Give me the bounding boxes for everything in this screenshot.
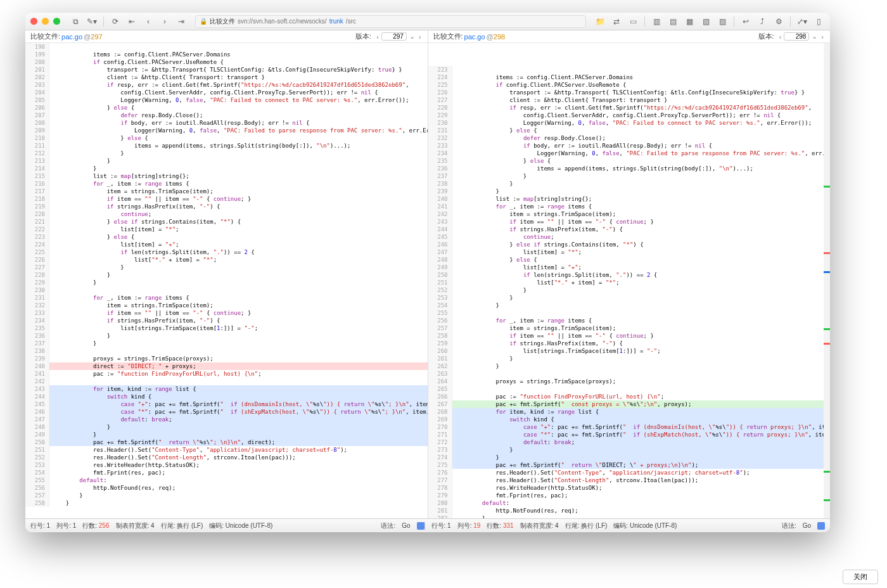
addr-path-suffix: /src <box>346 18 356 25</box>
right-code[interactable]: 223224 items := config.Client.PACServer.… <box>428 43 831 518</box>
refresh-icon[interactable]: ⟳ <box>109 16 122 27</box>
minimize-window-button[interactable] <box>42 18 49 25</box>
tool-c-icon[interactable]: ▦ <box>683 16 696 27</box>
swap-icon[interactable]: ⇄ <box>610 16 623 27</box>
status-col: 列号: 1 <box>56 521 76 530</box>
version-label: 版本: <box>355 32 371 41</box>
right-filename[interactable]: pac.go <box>464 33 485 41</box>
statusbar: 行号: 1 列号: 1 行数: 256 制表符宽度: 4 行尾: 换行 (LF)… <box>25 518 830 532</box>
right-rev-nav: ‹ 298 ⌄ › <box>778 32 825 41</box>
rev-prev-icon[interactable]: ‹ <box>375 33 380 41</box>
diff-panes: 比较文件: pac.go@297 版本: ‹ 297 ⌄ › 198199 it… <box>25 30 830 518</box>
tool-b-icon[interactable]: ▤ <box>667 16 679 27</box>
addr-path-prefix: svn://svn.han-soft.cc/newsocks/ <box>238 18 327 25</box>
rev-next-icon[interactable]: › <box>820 33 825 41</box>
close-button[interactable]: 关闭 <box>843 570 878 584</box>
rev-number[interactable]: 298 <box>784 32 809 41</box>
rev-number[interactable]: 297 <box>381 32 407 41</box>
nav-last-icon[interactable]: ⇥ <box>175 16 188 27</box>
left-filename[interactable]: pac.go <box>61 33 82 41</box>
sidebar-toggle-icon[interactable]: ⧉ <box>69 16 82 27</box>
left-rev-nav: ‹ 297 ⌄ › <box>375 32 422 41</box>
wrap-icon[interactable]: ↩ <box>739 16 752 27</box>
rev-prev-icon[interactable]: ‹ <box>778 33 783 41</box>
left-rev: 297 <box>91 33 102 41</box>
expand-icon[interactable]: ⤢▾ <box>796 16 808 27</box>
minimap[interactable] <box>824 43 830 518</box>
compare-label: 比较文件: <box>30 32 60 41</box>
titlebar: ⧉ ✎▾ ⟳ ⇤ ‹ › ⇥ 🔒 比较文件 svn://svn.han-soft… <box>25 13 830 30</box>
close-window-button[interactable] <box>30 18 37 25</box>
addr-title: 比较文件 <box>210 17 235 26</box>
rev-dropdown-icon[interactable]: ⌄ <box>408 32 416 41</box>
status-lang[interactable]: Go <box>402 522 410 529</box>
lang-icon[interactable] <box>817 522 825 530</box>
rev-next-icon[interactable]: › <box>418 33 423 41</box>
left-pane: 比较文件: pac.go@297 版本: ‹ 297 ⌄ › 198199 it… <box>25 30 428 518</box>
share-icon[interactable]: ⤴ <box>756 16 769 27</box>
status-lines: 256 <box>99 522 110 529</box>
tool-e-icon[interactable]: ▨ <box>716 16 729 27</box>
nav-next-icon[interactable]: › <box>158 16 171 27</box>
panel-icon[interactable]: ▯ <box>812 16 825 27</box>
status-eol[interactable]: 行尾: 换行 (LF) <box>161 521 203 530</box>
folder-icon[interactable]: 📁 <box>594 16 606 27</box>
tool-d-icon[interactable]: ▧ <box>699 16 712 27</box>
addr-trunk: trunk <box>329 18 343 25</box>
status-row: 行号: 1 <box>30 521 50 530</box>
status-enc[interactable]: 编码: Unicode (UTF-8) <box>209 521 272 530</box>
footer: 关闭 <box>843 570 878 584</box>
nav-prev-icon[interactable]: ‹ <box>142 16 155 27</box>
lock-icon: 🔒 <box>200 18 207 25</box>
nav-first-icon[interactable]: ⇤ <box>125 16 138 27</box>
window-controls <box>30 18 60 25</box>
right-pane: 比较文件: pac.go@298 版本: ‹ 298 ⌄ › 223224 it… <box>428 30 831 518</box>
settings-icon[interactable]: ⚙ <box>772 16 785 27</box>
left-code[interactable]: 198199 items := config.Client.PACServer.… <box>25 43 428 518</box>
zoom-window-button[interactable] <box>53 18 60 25</box>
compare-icon[interactable]: ▭ <box>627 16 639 27</box>
left-status: 行号: 1 列号: 1 行数: 256 制表符宽度: 4 行尾: 换行 (LF)… <box>30 521 424 530</box>
right-status: 行号: 1 列号: 19 行数: 331 制表符宽度: 4 行尾: 换行 (LF… <box>424 521 826 530</box>
main-window: ⧉ ✎▾ ⟳ ⇤ ‹ › ⇥ 🔒 比较文件 svn://svn.han-soft… <box>25 13 830 532</box>
left-header: 比较文件: pac.go@297 版本: ‹ 297 ⌄ › <box>25 30 428 43</box>
tool-a-icon[interactable]: ▥ <box>650 16 663 27</box>
lang-icon[interactable] <box>417 522 424 530</box>
edit-icon[interactable]: ✎▾ <box>86 16 98 27</box>
status-tab[interactable]: 制表符宽度: 4 <box>116 521 155 530</box>
rev-dropdown-icon[interactable]: ⌄ <box>810 32 819 41</box>
address-bar[interactable]: 🔒 比较文件 svn://svn.han-soft.cc/newsocks/tr… <box>195 15 586 28</box>
right-rev: 298 <box>494 33 505 41</box>
right-header: 比较文件: pac.go@298 版本: ‹ 298 ⌄ › <box>428 30 831 43</box>
